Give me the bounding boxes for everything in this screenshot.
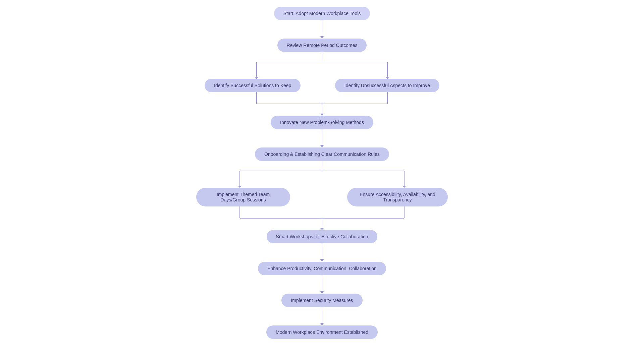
mid-branch-nodes-row: Implement Themed Team Days/Group Session… <box>196 188 448 206</box>
implement-themed-node: Implement Themed Team Days/Group Session… <box>196 188 290 206</box>
ensure-access-node: Ensure Accessibility, Availability, and … <box>347 188 448 206</box>
onboarding-node: Onboarding & Establishing Clear Communic… <box>255 147 389 161</box>
arrow-1 <box>322 20 322 39</box>
enhance-node: Enhance Productivity, Communication, Col… <box>258 262 386 275</box>
branch-top-svg <box>205 52 439 79</box>
modern-workplace-node: Modern Workplace Environment Established <box>266 325 378 339</box>
branch-nodes-row: Identify Successful Solutions to Keep Id… <box>205 79 439 92</box>
merge-mid-svg <box>196 206 448 230</box>
merge-mid-connector <box>196 206 448 230</box>
start-node: Start: Adopt Modern Workplace Tools <box>274 7 370 20</box>
arrow-2 <box>322 129 322 147</box>
merge-top-svg <box>205 92 439 116</box>
smart-workshops-node: Smart Workshops for Effective Collaborat… <box>267 230 378 243</box>
identify-success-node: Identify Successful Solutions to Keep <box>205 79 301 92</box>
innovate-node: Innovate New Problem-Solving Methods <box>271 116 373 129</box>
arrow-5 <box>322 307 322 325</box>
security-node: Implement Security Measures <box>281 294 362 307</box>
arrow-4 <box>322 275 322 294</box>
branch-mid-connector <box>196 161 448 188</box>
identify-unsuccess-node: Identify Unsuccessful Aspects to Improve <box>335 79 439 92</box>
flowchart-container: Start: Adopt Modern Workplace Tools Revi… <box>0 0 644 352</box>
branch-top-connector <box>205 52 439 79</box>
branch-mid-svg <box>196 161 448 188</box>
merge-top-connector <box>205 92 439 116</box>
arrow-3 <box>322 243 322 262</box>
review-node: Review Remote Period Outcomes <box>277 39 367 52</box>
